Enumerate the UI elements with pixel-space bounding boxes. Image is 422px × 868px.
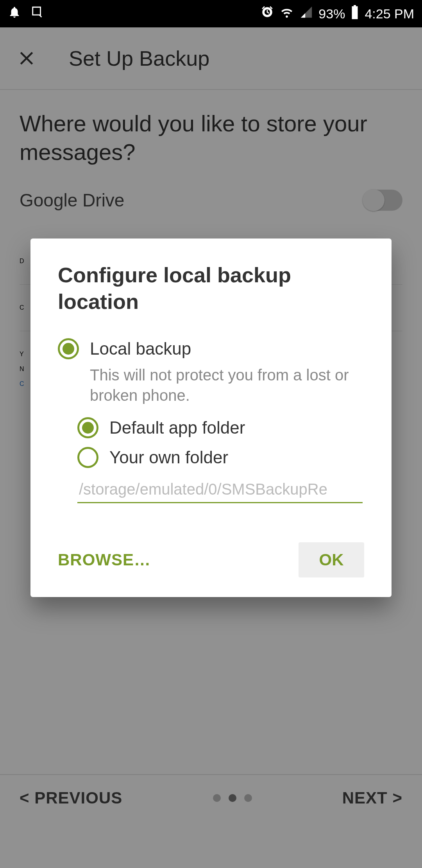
status-bar: 93% 4:25 PM: [0, 0, 422, 27]
backup-path-input[interactable]: /storage/emulated/0/SMSBackupRe: [77, 477, 363, 503]
alarm-icon: [261, 5, 274, 22]
browse-button[interactable]: BROWSE…: [58, 551, 151, 569]
radio-default-folder[interactable]: Default app folder: [77, 417, 364, 438]
battery-percent: 93%: [318, 6, 345, 22]
radio-local-backup-label: Local backup: [90, 339, 191, 359]
local-backup-subtext: This will not protect you from a lost or…: [90, 365, 364, 405]
radio-local-backup[interactable]: Local backup: [58, 338, 364, 359]
radio-own-folder-label: Your own folder: [109, 448, 228, 467]
signal-icon: [300, 5, 313, 22]
radio-own-folder[interactable]: Your own folder: [77, 447, 364, 468]
ok-button[interactable]: OK: [299, 542, 364, 577]
app-notification-icon: [30, 5, 44, 22]
dialog-title: Configure local backup location: [58, 262, 364, 315]
configure-local-backup-dialog: Configure local backup location Local ba…: [30, 239, 392, 597]
radio-checked-icon: [58, 338, 79, 359]
notification-bell-icon: [8, 5, 21, 22]
radio-default-folder-label: Default app folder: [109, 418, 245, 438]
clock-time: 4:25 PM: [365, 6, 414, 22]
battery-icon: [350, 5, 359, 22]
radio-unchecked-icon: [77, 447, 98, 468]
radio-checked-icon: [77, 417, 98, 438]
wifi-icon: [279, 5, 294, 22]
